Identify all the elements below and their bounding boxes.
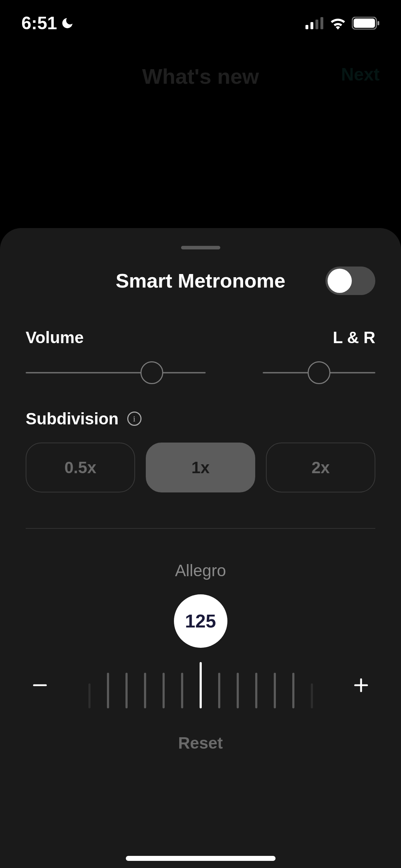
balance-label: L & R (263, 328, 375, 347)
next-button: Next (341, 64, 380, 85)
sheet-grabber[interactable] (181, 246, 220, 249)
tick (218, 673, 220, 708)
sliders-row: Volume L & R (26, 328, 375, 373)
tick-center (200, 662, 202, 708)
subdivision-header: Subdivision i (26, 409, 375, 428)
tempo-section: Allegro 125 (26, 561, 375, 753)
tick (107, 673, 109, 708)
volume-label: Volume (26, 328, 206, 347)
plus-icon (352, 676, 370, 694)
subdivision-buttons: 0.5x 1x 2x (26, 443, 375, 492)
subdivision-option-1[interactable]: 1x (146, 443, 255, 492)
volume-slider[interactable] (26, 372, 206, 373)
tick (311, 683, 313, 708)
tick (163, 673, 165, 708)
sheet-title: Smart Metronome (115, 269, 285, 292)
background-title: What's new (142, 64, 259, 89)
volume-thumb[interactable] (140, 361, 163, 384)
tick (274, 673, 276, 708)
tempo-marking: Allegro (175, 561, 226, 580)
toggle-knob (328, 269, 352, 293)
tick (255, 673, 257, 708)
tempo-dial-row (26, 662, 375, 708)
subdivision-option-0[interactable]: 0.5x (26, 443, 135, 492)
info-icon[interactable]: i (127, 412, 142, 426)
tempo-ticks[interactable] (88, 662, 313, 708)
minus-icon (31, 676, 49, 694)
bpm-value: 125 (185, 610, 216, 632)
tick (144, 673, 146, 708)
tempo-increase-button[interactable] (347, 671, 375, 699)
background-content: What's new Next (0, 0, 401, 228)
settings-sheet: Smart Metronome Volume L & R Subdivision… (0, 228, 401, 868)
reset-button[interactable]: Reset (178, 733, 223, 753)
volume-control: Volume (26, 328, 206, 373)
balance-thumb[interactable] (308, 361, 330, 384)
bpm-display[interactable]: 125 (174, 594, 227, 648)
subdivision-option-2[interactable]: 2x (266, 443, 375, 492)
home-indicator[interactable] (126, 856, 276, 861)
tick (125, 673, 128, 708)
tick (292, 673, 294, 708)
tick (88, 683, 91, 708)
balance-control: L & R (263, 328, 375, 373)
subdivision-label: Subdivision (26, 409, 119, 428)
sheet-header: Smart Metronome (26, 269, 375, 292)
tick (237, 673, 239, 708)
divider (26, 528, 375, 529)
tick (181, 673, 183, 708)
tempo-decrease-button[interactable] (26, 671, 54, 699)
balance-slider[interactable] (263, 372, 375, 373)
metronome-toggle[interactable] (325, 267, 375, 295)
